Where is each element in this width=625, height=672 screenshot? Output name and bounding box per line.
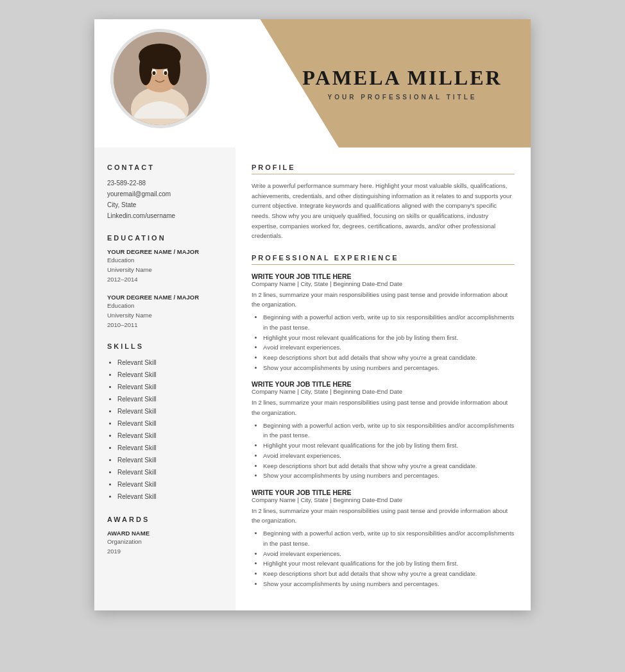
skill-4: Relevant Skill (117, 393, 223, 405)
svg-point-9 (164, 71, 167, 75)
job-bullets-2: Beginning with a powerful action verb, w… (252, 421, 515, 481)
job-company-3: Company Name | City, State | Beginning D… (252, 496, 515, 503)
job-2-bullet-3: Avoid irrelevant experiences. (263, 451, 515, 461)
profile-text: Write a powerful performance summary her… (252, 181, 515, 241)
contact-section-title: CONTACT (107, 164, 223, 171)
skill-3: Relevant Skill (117, 381, 223, 393)
job-1-bullet-2: Highlight your most relevant qualificati… (263, 333, 515, 343)
svg-point-8 (153, 71, 156, 75)
job-company-2: Company Name | City, State | Beginning D… (252, 388, 515, 395)
edu-school-1: University Name (107, 265, 223, 274)
job-title-1: WRITE YOUR JOB TITLE HERE (252, 273, 515, 280)
svg-point-4 (139, 53, 152, 85)
skill-8: Relevant Skill (117, 442, 223, 454)
edu-degree-2: YOUR DEGREE NAME / MAJOR (107, 294, 223, 301)
job-3-bullet-1: Beginning with a powerful action verb, w… (263, 528, 515, 548)
job-3-bullet-3: Highlight your most relevant qualificati… (263, 559, 515, 569)
resume-title: YOUR PROFESSIONAL TITLE (293, 94, 511, 101)
award-year-1: 2019 (107, 546, 223, 556)
job-1-bullet-3: Avoid irrelevant experiences. (263, 342, 515, 353)
skill-11: Relevant Skill (117, 478, 223, 491)
edu-year-2: 2010–2011 (107, 320, 223, 330)
skill-12: Relevant Skill (117, 491, 223, 503)
contact-info: 23-589-22-88 youremail@gmail.com City, S… (107, 178, 223, 221)
resume-body: CONTACT 23-589-22-88 youremail@gmail.com… (94, 147, 531, 610)
profile-section-title: PROFILE (252, 164, 515, 174)
job-2-bullet-4: Keep descriptions short but add details … (263, 461, 515, 471)
job-1-bullet-5: Show your accomplishments by using numbe… (263, 363, 515, 373)
skill-9: Relevant Skill (117, 454, 223, 466)
job-1-bullet-1: Beginning with a powerful action verb, w… (263, 312, 515, 332)
job-bullets-3: Beginning with a powerful action verb, w… (252, 528, 515, 589)
contact-linkedin: Linkedin.com/username (107, 210, 223, 221)
job-1-bullet-4: Keep descriptions short but add details … (263, 353, 515, 363)
header-text-block: PAMELA MILLER YOUR PROFESSIONAL TITLE (293, 66, 511, 101)
skill-10: Relevant Skill (117, 466, 223, 478)
skill-1: Relevant Skill (117, 357, 223, 369)
job-summary-3: In 2 lines, summarize your main responsi… (252, 506, 515, 525)
award-item-1: AWARD NAME Organization 2019 (107, 530, 223, 556)
edu-degree-1: YOUR DEGREE NAME / MAJOR (107, 248, 223, 255)
job-title-3: WRITE YOUR JOB TITLE HERE (252, 489, 515, 496)
job-summary-2: In 2 lines, summarize your main responsi… (252, 398, 515, 417)
profile-photo (114, 32, 207, 125)
resume-sidebar: CONTACT 23-589-22-88 youremail@gmail.com… (94, 147, 235, 610)
contact-location: City, State (107, 199, 223, 210)
job-bullets-1: Beginning with a powerful action verb, w… (252, 312, 515, 373)
skill-7: Relevant Skill (117, 430, 223, 442)
skill-6: Relevant Skill (117, 417, 223, 430)
job-3-bullet-5: Show your accomplishments by using numbe… (263, 579, 515, 589)
job-3-bullet-2: Avoid irrelevant experiences. (263, 549, 515, 559)
resume-document: PAMELA MILLER YOUR PROFESSIONAL TITLE CO… (94, 19, 531, 610)
edu-year-1: 2012–2014 (107, 274, 223, 284)
job-1: WRITE YOUR JOB TITLE HERE Company Name |… (252, 273, 515, 373)
education-item-1: YOUR DEGREE NAME / MAJOR Education Unive… (107, 248, 223, 285)
skills-list: Relevant Skill Relevant Skill Relevant S… (107, 357, 223, 503)
job-3-bullet-4: Keep descriptions short but add details … (263, 569, 515, 579)
job-2-bullet-2: Highlight your most relevant qualificati… (263, 441, 515, 451)
job-summary-1: In 2 lines, summarize your main responsi… (252, 290, 515, 309)
education-section-title: EDUCATION (107, 234, 223, 242)
edu-school-2: University Name (107, 310, 223, 320)
experience-section-title: PROFESSIONAL EXPERIENCE (252, 254, 515, 265)
resume-header: PAMELA MILLER YOUR PROFESSIONAL TITLE (94, 19, 531, 147)
skills-section-title: SKILLS (107, 342, 223, 350)
job-2-bullet-1: Beginning with a powerful action verb, w… (263, 421, 515, 441)
award-org-1: Organization (107, 537, 223, 546)
award-name-1: AWARD NAME (107, 530, 223, 537)
education-item-2: YOUR DEGREE NAME / MAJOR Education Unive… (107, 294, 223, 330)
svg-point-5 (167, 53, 180, 85)
job-title-2: WRITE YOUR JOB TITLE HERE (252, 380, 515, 388)
job-2: WRITE YOUR JOB TITLE HERE Company Name |… (252, 380, 515, 480)
edu-field-2: Education (107, 301, 223, 310)
edu-field-1: Education (107, 255, 223, 265)
resume-name: PAMELA MILLER (293, 66, 511, 90)
awards-section-title: AWARDS (107, 516, 223, 523)
contact-phone: 23-589-22-88 (107, 178, 223, 189)
skill-2: Relevant Skill (117, 369, 223, 381)
job-2-bullet-5: Show your accomplishments by using numbe… (263, 471, 515, 481)
job-company-1: Company Name | City, State | Beginning D… (252, 280, 515, 287)
job-3: WRITE YOUR JOB TITLE HERE Company Name |… (252, 489, 515, 589)
contact-email: youremail@gmail.com (107, 189, 223, 199)
skill-5: Relevant Skill (117, 405, 223, 417)
resume-main: PROFILE Write a powerful performance sum… (235, 147, 531, 610)
